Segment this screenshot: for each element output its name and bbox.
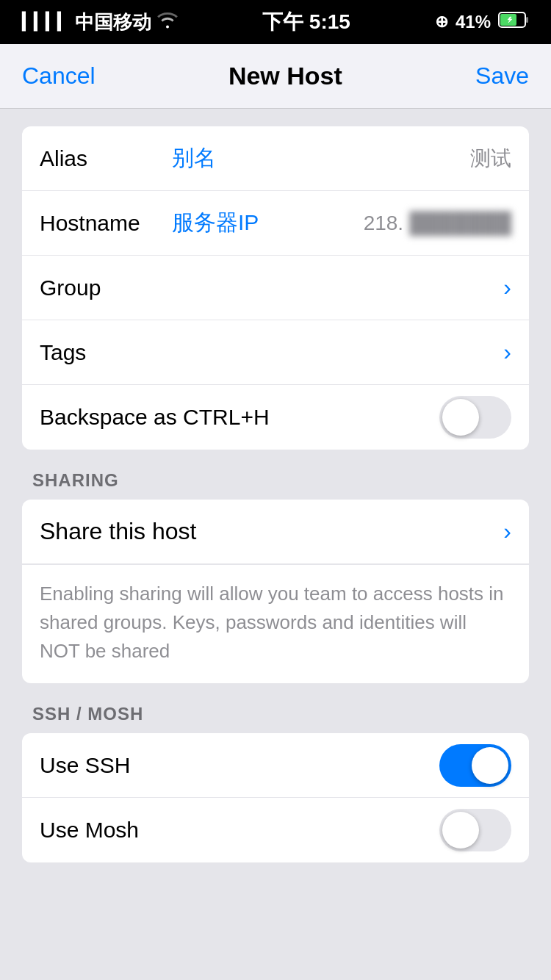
ssh-section-header: SSH / MOSH [0, 683, 551, 733]
sharing-description: Enabling sharing will allow you team to … [22, 564, 529, 683]
use-mosh-row[interactable]: Use Mosh [22, 798, 529, 862]
use-ssh-toggle[interactable] [439, 744, 511, 787]
nav-bar: Cancel New Host Save [0, 44, 551, 109]
cancel-button[interactable]: Cancel [22, 62, 96, 90]
use-mosh-toggle-knob [442, 812, 479, 849]
use-ssh-toggle-knob [472, 747, 508, 784]
use-ssh-row[interactable]: Use SSH [22, 733, 529, 798]
svg-rect-1 [526, 17, 528, 23]
carrier-label: 中国移动 [75, 10, 151, 35]
tags-chevron-icon: › [503, 339, 511, 366]
backspace-toggle-knob [442, 399, 479, 436]
hostname-row[interactable]: Hostname 服务器IP 218. ███████ [22, 191, 529, 256]
tags-label: Tags [40, 340, 157, 365]
alias-value: 测试 [470, 145, 511, 173]
hostname-label: Hostname [40, 211, 157, 236]
location-icon: ⊕ [435, 12, 448, 32]
signal-icon: ▎▎▎▎ [22, 12, 69, 32]
group-label: Group [40, 275, 157, 300]
sharing-card: Share this host › Enabling sharing will … [22, 500, 529, 683]
battery-percent: 41% [455, 12, 491, 32]
backspace-row[interactable]: Backspace as CTRL+H [22, 385, 529, 450]
share-host-label: Share this host [40, 518, 196, 545]
page-title: New Host [228, 62, 342, 90]
use-mosh-label: Use Mosh [40, 818, 157, 843]
ssh-card: Use SSH Use Mosh [22, 733, 529, 862]
alias-label-chinese: 别名 [172, 143, 216, 173]
save-button[interactable]: Save [475, 62, 529, 90]
battery-icon [498, 12, 529, 32]
tags-row[interactable]: Tags › [22, 320, 529, 385]
status-time: 下午 5:15 [262, 8, 350, 36]
sharing-section: SHARING Share this host › Enabling shari… [0, 450, 551, 683]
use-ssh-label: Use SSH [40, 753, 157, 778]
alias-row[interactable]: Alias 别名 测试 [22, 126, 529, 191]
backspace-label: Backspace as CTRL+H [40, 405, 270, 430]
group-row[interactable]: Group › [22, 256, 529, 320]
use-mosh-toggle[interactable] [439, 809, 511, 851]
sharing-section-header: SHARING [0, 450, 551, 500]
alias-label: Alias [40, 146, 157, 171]
group-chevron-icon: › [503, 274, 511, 301]
status-left: ▎▎▎▎ 中国移动 [22, 10, 178, 35]
share-host-chevron-icon: › [503, 518, 511, 545]
share-host-row[interactable]: Share this host › [22, 500, 529, 564]
content-area: Alias 别名 测试 Hostname 服务器IP 218. ███████ … [0, 109, 551, 880]
hostname-ip-prefix: 218. [364, 212, 404, 235]
hostname-label-chinese: 服务器IP [172, 208, 259, 238]
main-settings-card: Alias 别名 测试 Hostname 服务器IP 218. ███████ … [22, 126, 529, 450]
status-bar: ▎▎▎▎ 中国移动 下午 5:15 ⊕ 41% [0, 0, 551, 44]
hostname-value: 218. ███████ [364, 212, 511, 235]
hostname-ip-blurred: ███████ [409, 212, 511, 235]
status-right: ⊕ 41% [435, 12, 529, 32]
wifi-icon [157, 11, 178, 34]
backspace-toggle[interactable] [439, 396, 511, 439]
ssh-section: SSH / MOSH Use SSH Use Mosh [0, 683, 551, 862]
